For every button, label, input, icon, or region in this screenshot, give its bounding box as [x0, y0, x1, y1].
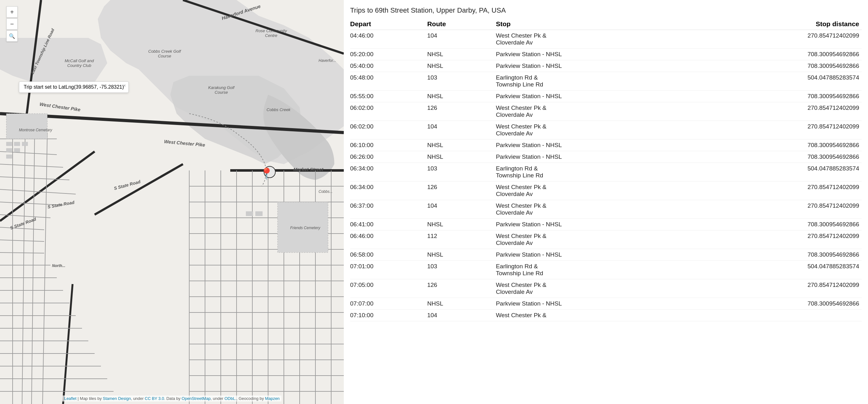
cell-route: NHSL [425, 60, 493, 72]
map-tooltip: Trip start set to LatLng(39.96857, -75.2… [19, 81, 129, 93]
table-row: 05:48:00 103 Earlington Rd &Township Lin… [350, 72, 862, 91]
cell-stop-distance: 708.300954692866 [698, 298, 862, 310]
cc-link[interactable]: CC BY 3.0 [145, 396, 164, 401]
table-row: 06:37:00 104 West Chester Pk &Cloverdale… [350, 200, 862, 219]
cell-stop: West Chester Pk &Cloverdale Av [493, 30, 698, 49]
cell-depart: 06:41:00 [350, 219, 425, 230]
zoom-out-button[interactable]: − [6, 18, 18, 30]
cell-depart: 05:40:00 [350, 60, 425, 72]
cell-stop-distance: 708.300954692866 [698, 219, 862, 230]
cell-stop: Parkview Station - NHSL [493, 298, 698, 310]
cell-depart: 07:07:00 [350, 298, 425, 310]
map-pin: 📍 [259, 167, 274, 180]
cell-depart: 05:55:00 [350, 91, 425, 102]
map-attribution: Leaflet | Map tiles by Stamen Design, un… [62, 396, 281, 402]
cell-depart: 06:02:00 [350, 102, 425, 121]
cell-stop-distance: 270.854712402099 [698, 30, 862, 49]
cell-route: NHSL [425, 91, 493, 102]
cell-route: NHSL [425, 298, 493, 310]
cell-stop: West Chester Pk &Cloverdale Av [493, 102, 698, 121]
table-row: 06:02:00 104 West Chester Pk &Cloverdale… [350, 121, 862, 140]
cell-stop: Parkview Station - NHSL [493, 91, 698, 102]
stamen-link[interactable]: Stamen Design [103, 396, 131, 401]
cell-stop-distance: 504.047885283574 [698, 72, 862, 91]
cell-stop-distance: 270.854712402099 [698, 181, 862, 200]
cell-stop-distance: 708.300954692866 [698, 140, 862, 151]
search-button[interactable]: 🔍 [6, 30, 18, 42]
table-panel: Trips to 69th Street Station, Upper Darb… [344, 0, 868, 404]
table-header-row: Depart Route Stop Stop distance [350, 18, 862, 30]
cell-route: 104 [425, 310, 493, 321]
cell-depart: 05:20:00 [350, 49, 425, 60]
cell-stop: West Chester Pk &Cloverdale Av [493, 200, 698, 219]
cell-stop: West Chester Pk &Cloverdale Av [493, 279, 698, 298]
tooltip-text: Trip start set to LatLng(39.96857, -75.2… [24, 84, 124, 90]
table-row: 05:20:00 NHSL Parkview Station - NHSL 70… [350, 49, 862, 60]
table-body: 04:46:00 104 West Chester Pk &Cloverdale… [350, 30, 862, 321]
col-stop: Stop [493, 18, 698, 30]
table-row: 06:34:00 103 Earlington Rd &Township Lin… [350, 163, 862, 181]
cell-stop-distance: 504.047885283574 [698, 163, 862, 181]
osm-link[interactable]: OpenStreetMap [182, 396, 211, 401]
cell-depart: 06:46:00 [350, 230, 425, 249]
cell-route: 104 [425, 121, 493, 140]
cell-stop-distance [698, 310, 862, 321]
cell-stop-distance: 708.300954692866 [698, 151, 862, 163]
cell-stop: West Chester Pk &Cloverdale Av [493, 230, 698, 249]
svg-rect-63 [6, 148, 12, 152]
cell-depart: 06:26:00 [350, 151, 425, 163]
cell-stop: Parkview Station - NHSL [493, 249, 698, 261]
cell-stop-distance: 270.854712402099 [698, 200, 862, 219]
leaflet-link[interactable]: Leaflet [64, 396, 76, 401]
cell-depart: 07:01:00 [350, 261, 425, 279]
cell-route: NHSL [425, 140, 493, 151]
cell-stop: Parkview Station - NHSL [493, 219, 698, 230]
cell-route: NHSL [425, 219, 493, 230]
cell-depart: 06:10:00 [350, 140, 425, 151]
table-row: 06:58:00 NHSL Parkview Station - NHSL 70… [350, 249, 862, 261]
table-row: 07:07:00 NHSL Parkview Station - NHSL 70… [350, 298, 862, 310]
cell-stop-distance: 708.300954692866 [698, 60, 862, 72]
cell-stop: Parkview Station - NHSL [493, 151, 698, 163]
cell-depart: 07:05:00 [350, 279, 425, 298]
cell-depart: 06:34:00 [350, 181, 425, 200]
cell-route: 126 [425, 181, 493, 200]
cell-route: NHSL [425, 49, 493, 60]
zoom-in-button[interactable]: + [6, 6, 18, 18]
cell-stop: Parkview Station - NHSL [493, 49, 698, 60]
mapzen-link[interactable]: Mapzen [265, 396, 279, 401]
svg-rect-66 [14, 148, 20, 152]
table-row: 04:46:00 104 West Chester Pk &Cloverdale… [350, 30, 862, 49]
cell-stop: Earlington Rd &Township Line Rd [493, 163, 698, 181]
cell-route: NHSL [425, 151, 493, 163]
cell-stop-distance: 270.854712402099 [698, 230, 862, 249]
cell-depart: 05:48:00 [350, 72, 425, 91]
table-row: 06:41:00 NHSL Parkview Station - NHSL 70… [350, 219, 862, 230]
svg-rect-67 [22, 142, 28, 146]
cell-stop-distance: 708.300954692866 [698, 249, 862, 261]
cell-stop-distance: 504.047885283574 [698, 261, 862, 279]
cell-depart: 06:37:00 [350, 200, 425, 219]
cell-depart: 07:10:00 [350, 310, 425, 321]
cell-stop: Parkview Station - NHSL [493, 140, 698, 151]
cell-depart: 06:58:00 [350, 249, 425, 261]
table-row: 06:34:00 126 West Chester Pk &Cloverdale… [350, 181, 862, 200]
table-row: 06:46:00 112 West Chester Pk &Cloverdale… [350, 230, 862, 249]
map-container: + − 🔍 Haverford Avenue East Township Lin… [0, 0, 344, 404]
cell-stop: West Chester Pk & [493, 310, 698, 321]
odbl-link[interactable]: ODbL. [224, 396, 237, 401]
cell-route: 103 [425, 163, 493, 181]
cell-depart: 06:34:00 [350, 163, 425, 181]
table-row: 07:10:00 104 West Chester Pk & [350, 310, 862, 321]
table-row: 07:01:00 103 Earlington Rd &Township Lin… [350, 261, 862, 279]
svg-rect-68 [246, 211, 253, 216]
cell-route: 104 [425, 30, 493, 49]
map-controls: + − 🔍 [6, 6, 18, 42]
cell-depart: 06:02:00 [350, 121, 425, 140]
cell-stop-distance: 708.300954692866 [698, 91, 862, 102]
svg-rect-69 [255, 211, 262, 216]
cell-stop: Parkview Station - NHSL [493, 60, 698, 72]
svg-rect-62 [6, 142, 12, 146]
cell-stop: Earlington Rd &Township Line Rd [493, 261, 698, 279]
cell-route: NHSL [425, 249, 493, 261]
